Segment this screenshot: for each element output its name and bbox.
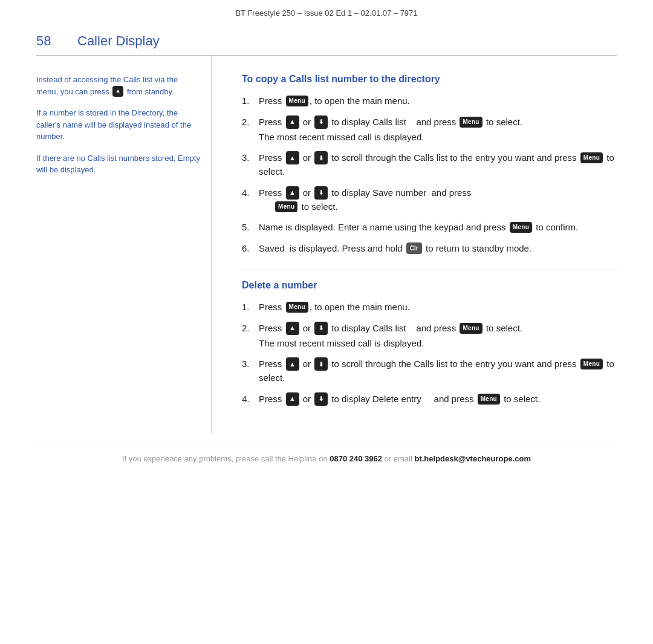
delete-section-title: Delete a number bbox=[242, 280, 617, 291]
page-body: 58 Caller Display Instead of accessing t… bbox=[0, 22, 653, 473]
menu-btn-d3: Menu bbox=[580, 359, 603, 369]
up-arrow-c2: ▲ bbox=[286, 115, 299, 129]
standby-button-icon: ▲ bbox=[112, 86, 123, 97]
copy-step-6: 6. Saved is displayed. Press and hold Cl… bbox=[242, 242, 617, 256]
copy-steps-list: 1. Press Menu, to open the main menu. 2.… bbox=[242, 94, 617, 255]
header-text: BT Freestyle 250 – Issue 02 Ed 1 – 02.01… bbox=[235, 8, 417, 18]
copy-step-1: 1. Press Menu, to open the main menu. bbox=[242, 94, 617, 108]
menu-btn-c4: Menu bbox=[275, 201, 297, 212]
down-arrow-d3: ⬇ bbox=[314, 357, 328, 371]
menu-btn-d1: Menu bbox=[286, 302, 308, 313]
clr-btn-c6: Clr bbox=[406, 242, 422, 254]
up-arrow-c3: ▲ bbox=[286, 151, 299, 164]
up-arrow-d4: ▲ bbox=[286, 392, 299, 406]
down-arrow-c3: ⬇ bbox=[314, 151, 328, 164]
copy-step-4: 4. Press ▲ or ⬇ to display Save number a… bbox=[242, 186, 617, 214]
footer-prefix: If you experience any problems, please c… bbox=[122, 454, 330, 463]
copy-step-5: 5. Name is displayed. Enter a name using… bbox=[242, 221, 617, 235]
page-header: BT Freestyle 250 – Issue 02 Ed 1 – 02.01… bbox=[0, 0, 653, 22]
delete-step-1: 1. Press Menu, to open the main menu. bbox=[242, 301, 617, 314]
menu-btn-c1: Menu bbox=[286, 96, 308, 106]
menu-btn-c5: Menu bbox=[510, 222, 532, 233]
menu-btn-c2: Menu bbox=[460, 117, 482, 128]
footer-email: bt.helpdesk@vtecheurope.com bbox=[414, 454, 531, 463]
copy-step-2: 2. Press ▲ or ⬇ to display Calls list an… bbox=[242, 115, 617, 145]
footer-middle: or email bbox=[382, 454, 414, 463]
copy-step-3: 3. Press ▲ or ⬇ to scroll through the Ca… bbox=[242, 151, 617, 179]
up-arrow-d3: ▲ bbox=[286, 357, 299, 371]
up-arrow-d2: ▲ bbox=[286, 322, 299, 335]
footer-phone: 0870 240 3962 bbox=[330, 454, 382, 463]
sidebar-note-3: If there are no Calls list numbers store… bbox=[36, 152, 200, 176]
delete-step-4: 4. Press ▲ or ⬇ to display Delete entry … bbox=[242, 392, 617, 406]
menu-btn-d2: Menu bbox=[460, 323, 482, 334]
section-header: 58 Caller Display bbox=[36, 22, 617, 56]
menu-btn-d4: Menu bbox=[478, 394, 500, 405]
delete-step-3: 3. Press ▲ or ⬇ to scroll through the Ca… bbox=[242, 357, 617, 385]
down-arrow-c4: ⬇ bbox=[314, 186, 328, 200]
section-number: 58 bbox=[36, 33, 60, 49]
sidebar-note-1: Instead of accessing the Calls list via … bbox=[36, 74, 200, 97]
content-area: Instead of accessing the Calls list via … bbox=[36, 56, 617, 433]
delete-step-2: 2. Press ▲ or ⬇ to display Calls list an… bbox=[242, 322, 617, 351]
down-arrow-d2: ⬇ bbox=[314, 322, 328, 335]
sidebar: Instead of accessing the Calls list via … bbox=[36, 56, 212, 433]
section-title: Caller Display bbox=[77, 33, 160, 49]
divider bbox=[242, 270, 617, 270]
down-arrow-c2: ⬇ bbox=[314, 115, 328, 129]
menu-btn-c3: Menu bbox=[580, 152, 603, 163]
up-arrow-c4: ▲ bbox=[286, 186, 299, 200]
sidebar-note-2: If a number is stored in the Directory, … bbox=[36, 107, 200, 143]
copy-section-title: To copy a Calls list number to the direc… bbox=[242, 74, 617, 85]
page-footer: If you experience any problems, please c… bbox=[36, 443, 617, 473]
down-arrow-d4: ⬇ bbox=[314, 392, 328, 406]
delete-steps-list: 1. Press Menu, to open the main menu. 2.… bbox=[242, 301, 617, 406]
main-content: To copy a Calls list number to the direc… bbox=[212, 56, 617, 433]
